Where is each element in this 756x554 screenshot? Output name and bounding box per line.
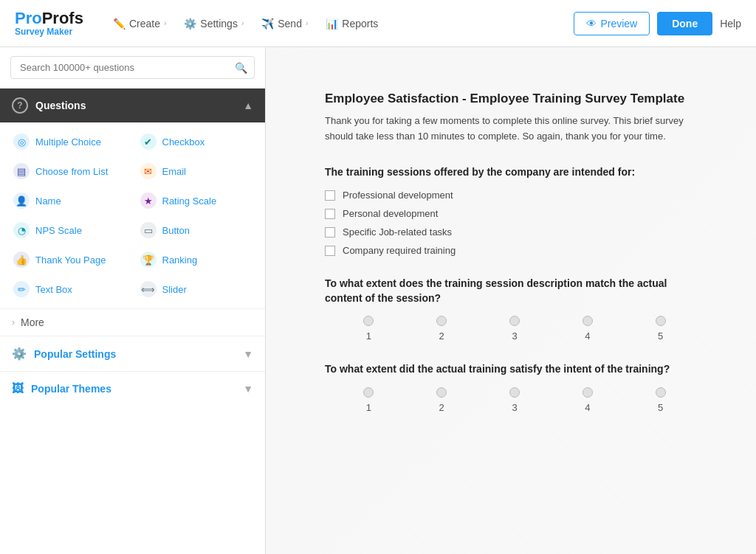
option-personal-dev: Personal development	[325, 208, 697, 219]
survey-white-overlay: Employee Satisfaction - Employee Trainin…	[266, 47, 756, 554]
rating-scale-icon: ★	[140, 193, 157, 209]
preview-label: Preview	[600, 18, 637, 30]
ranking-icon: 🏆	[140, 252, 157, 268]
preview-button[interactable]: 👁 Preview	[574, 12, 650, 35]
scale-point-2-3: 3	[478, 316, 551, 342]
popular-settings-section: ⚙️ Popular Settings ▼	[0, 336, 265, 371]
button-label: Button	[162, 225, 190, 236]
survey-inner: Employee Satisfaction - Employee Trainin…	[295, 69, 726, 456]
pencil-icon: ✏️	[113, 18, 126, 30]
checkbox-2-icon[interactable]	[325, 209, 335, 219]
name-label: Name	[35, 195, 61, 207]
sidebar-item-ranking[interactable]: 🏆 Ranking	[133, 245, 260, 274]
eye-icon: 👁	[586, 18, 597, 30]
email-label: Email	[162, 166, 187, 177]
themes-icon: 🖼	[12, 382, 24, 395]
scale-radio-2-5[interactable]	[656, 316, 666, 326]
done-button[interactable]: Done	[657, 12, 712, 35]
scale-radio-3-5[interactable]	[656, 387, 666, 398]
more-item[interactable]: › More	[0, 308, 265, 336]
rating-scale-label: Rating Scale	[162, 195, 217, 207]
logo-text: ProProfs	[15, 10, 83, 27]
questions-section-header[interactable]: ? Questions ▲	[0, 89, 265, 122]
text-box-label: Text Box	[35, 284, 72, 295]
scale-num-2-1: 1	[366, 330, 371, 342]
scale-radio-2-4[interactable]	[583, 316, 593, 326]
survey-question-1: The training sessions offered by the com…	[325, 165, 697, 257]
option-3-text: Specific Job-related tasks	[343, 226, 452, 238]
scale-num-2-2: 2	[439, 330, 444, 342]
nav-settings[interactable]: ⚙️ Settings ›	[184, 18, 244, 30]
popular-settings-chevron-icon: ▼	[243, 348, 253, 360]
questions-header-label: Questions	[35, 100, 86, 111]
nav-reports[interactable]: 📊 Reports	[326, 18, 378, 30]
reports-icon: 📊	[326, 18, 338, 30]
popular-settings-label: Popular Settings	[34, 348, 116, 360]
checkbox-4-icon[interactable]	[325, 246, 335, 256]
scale-radio-3-1[interactable]	[363, 387, 374, 398]
popular-themes-header[interactable]: 🖼 Popular Themes ▼	[0, 372, 265, 406]
checkbox-icon: ✔	[140, 134, 157, 150]
sidebar-item-slider[interactable]: ⟺ Slider	[133, 274, 260, 304]
sidebar-item-rating-scale[interactable]: ★ Rating Scale	[133, 186, 260, 215]
checkbox-1-icon[interactable]	[325, 190, 335, 201]
sidebar-item-choose-from-list[interactable]: ▤ Choose from List	[6, 156, 133, 186]
search-input[interactable]	[10, 56, 255, 79]
logo: ProProfs Survey Maker	[15, 10, 83, 37]
popular-settings-header[interactable]: ⚙️ Popular Settings ▼	[0, 336, 265, 371]
sidebar-item-email[interactable]: ✉ Email	[133, 156, 260, 186]
scale-point-3-4: 4	[551, 387, 624, 413]
more-label: More	[21, 316, 44, 328]
nps-scale-label: NPS Scale	[35, 225, 82, 236]
nav-settings-label: Settings	[200, 18, 238, 30]
nav-create[interactable]: ✏️ Create ›	[113, 18, 166, 30]
scale-row-3: 1 2 3 4	[325, 387, 697, 413]
popular-themes-chevron-icon: ▼	[243, 383, 253, 395]
settings-cog-icon: ⚙️	[12, 347, 27, 361]
scale-radio-3-2[interactable]	[436, 387, 447, 398]
ranking-label: Ranking	[162, 255, 198, 266]
scale-point-2-2: 2	[405, 316, 478, 342]
scale-radio-3-4[interactable]	[583, 387, 593, 398]
scale-point-2-4: 4	[551, 316, 624, 342]
search-wrapper: 🔍	[10, 56, 255, 79]
scale-radio-2-1[interactable]	[363, 316, 374, 326]
scale-row-2: 1 2 3 4	[325, 316, 697, 342]
sidebar-item-name[interactable]: 👤 Name	[6, 186, 133, 215]
checkbox-3-icon[interactable]	[325, 227, 335, 238]
survey-description: Thank you for taking a few moments to co…	[325, 114, 697, 145]
search-icon: 🔍	[235, 62, 247, 74]
question-types-grid: ◎ Multiple Choice ✔ Checkbox ▤ Choose fr…	[0, 122, 265, 308]
scale-radio-3-3[interactable]	[509, 387, 520, 398]
checkbox-label: Checkbox	[162, 136, 205, 148]
questions-header-icon: ?	[12, 97, 28, 114]
name-icon: 👤	[13, 193, 30, 209]
option-job-related: Specific Job-related tasks	[325, 226, 697, 238]
settings-chevron-icon: ›	[241, 19, 244, 27]
logo-pro-span: Pro	[15, 9, 42, 27]
sidebar-item-multiple-choice[interactable]: ◎ Multiple Choice	[6, 127, 133, 156]
nav-send[interactable]: ✈️ Send ›	[261, 18, 308, 30]
sidebar-item-thank-you-page[interactable]: 👍 Thank You Page	[6, 245, 133, 274]
more-chevron-icon: ›	[12, 317, 15, 328]
scale-num-3-4: 4	[585, 402, 590, 413]
survey-question-3: To what extent did the actual training s…	[325, 362, 697, 413]
gear-icon: ⚙️	[184, 18, 196, 30]
main-layout: 🔍 ? Questions ▲ ◎ Multiple Choice ✔ Chec…	[0, 47, 756, 554]
scale-radio-2-2[interactable]	[436, 316, 447, 326]
slider-label: Slider	[162, 284, 187, 295]
sidebar-item-text-box[interactable]: ✏ Text Box	[6, 274, 133, 304]
question-3-text: To what extent did the actual training s…	[325, 362, 697, 377]
scale-radio-2-3[interactable]	[509, 316, 520, 326]
scale-num-3-1: 1	[366, 402, 371, 413]
text-box-icon: ✏	[13, 281, 30, 297]
help-button[interactable]: Help	[720, 18, 741, 30]
sidebar: 🔍 ? Questions ▲ ◎ Multiple Choice ✔ Chec…	[0, 47, 266, 554]
sidebar-item-checkbox[interactable]: ✔ Checkbox	[133, 127, 260, 156]
option-2-text: Personal development	[343, 208, 438, 219]
slider-icon: ⟺	[140, 281, 157, 297]
sidebar-item-button[interactable]: ▭ Button	[133, 215, 260, 245]
sidebar-item-nps-scale[interactable]: ◔ NPS Scale	[6, 215, 133, 245]
survey-question-2: To what extent does the training session…	[325, 277, 697, 342]
choose-from-list-icon: ▤	[13, 163, 30, 179]
